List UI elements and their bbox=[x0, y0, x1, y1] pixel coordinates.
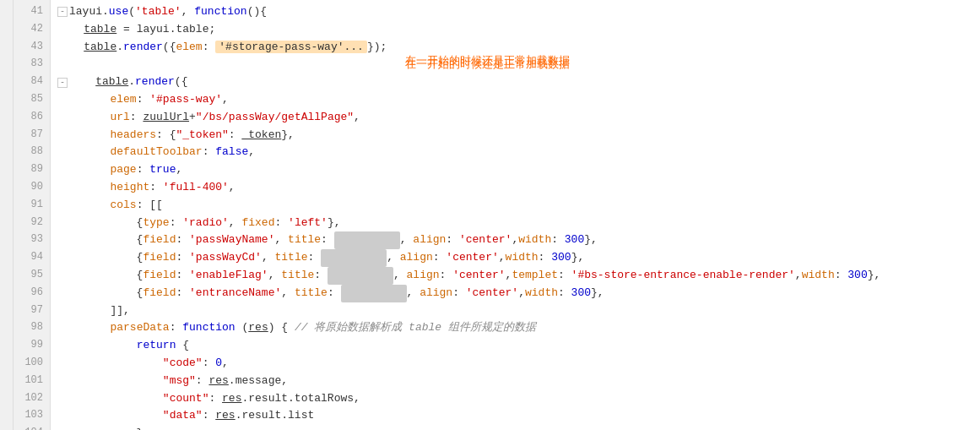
bp-41[interactable] bbox=[0, 3, 14, 21]
code-line-96: {field: 'entranceName', title: , align: … bbox=[51, 285, 980, 302]
bp-97[interactable] bbox=[0, 302, 14, 320]
code-line-88: defaultToolbar: false, bbox=[51, 144, 980, 161]
linenum-86: 86 bbox=[14, 109, 50, 127]
annotation-overlay: 在一开始的时候还是正常加载数据 bbox=[405, 52, 570, 70]
bp-85[interactable] bbox=[0, 91, 14, 109]
code-99: return { bbox=[57, 337, 189, 355]
bp-101[interactable] bbox=[0, 373, 14, 390]
code-line-84: - table.render({ bbox=[51, 73, 980, 91]
linenum-93: 93 bbox=[14, 231, 50, 249]
code-102: "count": res.result.totalRows, bbox=[57, 390, 360, 408]
code-line-99: return { bbox=[51, 337, 980, 355]
code-line-91: cols: [[ bbox=[51, 197, 980, 215]
linenum-96: 96 bbox=[14, 285, 50, 302]
code-42: table = layui.table; bbox=[57, 21, 215, 39]
code-41: layui.use('table', function(){ bbox=[69, 3, 267, 21]
code-86: url: zuulUrl+"/bs/passWay/getAllPage", bbox=[57, 109, 360, 127]
bp-100[interactable] bbox=[0, 355, 14, 373]
bp-99[interactable] bbox=[0, 337, 14, 355]
code-100: "code": 0, bbox=[57, 355, 229, 373]
code-104: }; bbox=[57, 425, 149, 430]
code-line-87: headers: {"_token": _token}, bbox=[51, 127, 980, 144]
code-line-92: {type: 'radio', fixed: 'left'}, bbox=[51, 215, 980, 232]
bp-88[interactable] bbox=[0, 144, 14, 161]
linenum-103: 103 bbox=[14, 407, 50, 425]
code-85: elem: '#pass-way', bbox=[57, 91, 229, 109]
code-92: {type: 'radio', fixed: 'left'}, bbox=[57, 215, 341, 232]
code-89: page: true, bbox=[57, 161, 182, 179]
linenum-95: 95 bbox=[14, 267, 50, 285]
bp-87[interactable] bbox=[0, 127, 14, 144]
code-97: ]], bbox=[57, 302, 130, 320]
code-line-103: "data": res.result.list bbox=[51, 407, 980, 425]
bp-92[interactable] bbox=[0, 215, 14, 232]
code-line-85: elem: '#pass-way', bbox=[51, 91, 980, 109]
code-95: {field: 'enableFlag', title: , align: 'c… bbox=[57, 267, 880, 285]
code-line-97: ]], bbox=[51, 302, 980, 320]
linenum-100: 100 bbox=[14, 355, 50, 373]
code-line-95: {field: 'enableFlag', title: , align: 'c… bbox=[51, 267, 980, 285]
code-line-86: url: zuulUrl+"/bs/passWay/getAllPage", bbox=[51, 109, 980, 127]
code-line-41: - layui.use('table', function(){ bbox=[51, 3, 980, 21]
bp-84[interactable] bbox=[0, 73, 14, 91]
fold-icon-41[interactable]: - bbox=[57, 7, 68, 17]
breakpoints-column[interactable] bbox=[0, 0, 14, 430]
linenum-104: 104 bbox=[14, 425, 50, 430]
code-line-94: {field: 'passWayCd', title: , align: 'ce… bbox=[51, 249, 980, 267]
code-line-100: "code": 0, bbox=[51, 355, 980, 373]
code-103: "data": res.result.list bbox=[57, 407, 314, 425]
linenum-98: 98 bbox=[14, 319, 50, 337]
linenum-41: 41 bbox=[14, 3, 50, 21]
code-87: headers: {"_token": _token}, bbox=[57, 127, 295, 144]
code-line-93: {field: 'passWayName', title: , align: '… bbox=[51, 231, 980, 249]
linenum-101: 101 bbox=[14, 373, 50, 390]
bp-104[interactable] bbox=[0, 425, 14, 430]
code-line-101: "msg": res.message, bbox=[51, 373, 980, 390]
linenum-102: 102 bbox=[14, 390, 50, 408]
code-96: {field: 'entranceName', title: , align: … bbox=[57, 285, 604, 302]
code-line-90: height: 'full-400', bbox=[51, 179, 980, 197]
linenum-87: 87 bbox=[14, 127, 50, 144]
code-line-104: }; bbox=[51, 425, 980, 430]
bp-96[interactable] bbox=[0, 285, 14, 302]
code-area[interactable]: - layui.use('table', function(){ table =… bbox=[51, 0, 980, 430]
code-line-102: "count": res.result.totalRows, bbox=[51, 390, 980, 408]
bp-83[interactable] bbox=[0, 56, 14, 73]
bp-98[interactable] bbox=[0, 319, 14, 337]
code-88: defaultToolbar: false, bbox=[57, 144, 255, 161]
code-94: {field: 'passWayCd', title: , align: 'ce… bbox=[57, 249, 584, 267]
linenum-89: 89 bbox=[14, 161, 50, 179]
bp-90[interactable] bbox=[0, 179, 14, 197]
code-line-42: table = layui.table; bbox=[51, 21, 980, 39]
fold-icon-84[interactable]: - bbox=[57, 78, 68, 88]
linenum-99: 99 bbox=[14, 337, 50, 355]
bp-42[interactable] bbox=[0, 21, 14, 39]
bp-89[interactable] bbox=[0, 161, 14, 179]
linenum-42: 42 bbox=[14, 21, 50, 39]
bp-102[interactable] bbox=[0, 390, 14, 408]
code-84: table.render({ bbox=[69, 73, 187, 91]
bp-103[interactable] bbox=[0, 407, 14, 425]
code-editor: 41 42 43 83 84 85 86 87 88 89 90 91 92 9… bbox=[0, 0, 980, 430]
linenum-88: 88 bbox=[14, 144, 50, 161]
linenum-97: 97 bbox=[14, 302, 50, 320]
code-91: cols: [[ bbox=[57, 197, 163, 215]
line-numbers: 41 42 43 83 84 85 86 87 88 89 90 91 92 9… bbox=[14, 0, 51, 430]
linenum-85: 85 bbox=[14, 91, 50, 109]
bp-91[interactable] bbox=[0, 197, 14, 215]
code-93: {field: 'passWayName', title: , align: '… bbox=[57, 231, 598, 249]
linenum-90: 90 bbox=[14, 179, 50, 197]
code-83 bbox=[57, 56, 321, 73]
bp-43[interactable] bbox=[0, 39, 14, 57]
linenum-92: 92 bbox=[14, 215, 50, 232]
linenum-94: 94 bbox=[14, 249, 50, 267]
linenum-84: 84 bbox=[14, 73, 50, 91]
linenum-91: 91 bbox=[14, 197, 50, 215]
bp-94[interactable] bbox=[0, 249, 14, 267]
bp-95[interactable] bbox=[0, 267, 14, 285]
code-43: table.render({elem: '#storage-pass-way'.… bbox=[57, 39, 387, 57]
linenum-43: 43 bbox=[14, 39, 50, 57]
bp-86[interactable] bbox=[0, 109, 14, 127]
code-90: height: 'full-400', bbox=[57, 179, 236, 197]
bp-93[interactable] bbox=[0, 231, 14, 249]
